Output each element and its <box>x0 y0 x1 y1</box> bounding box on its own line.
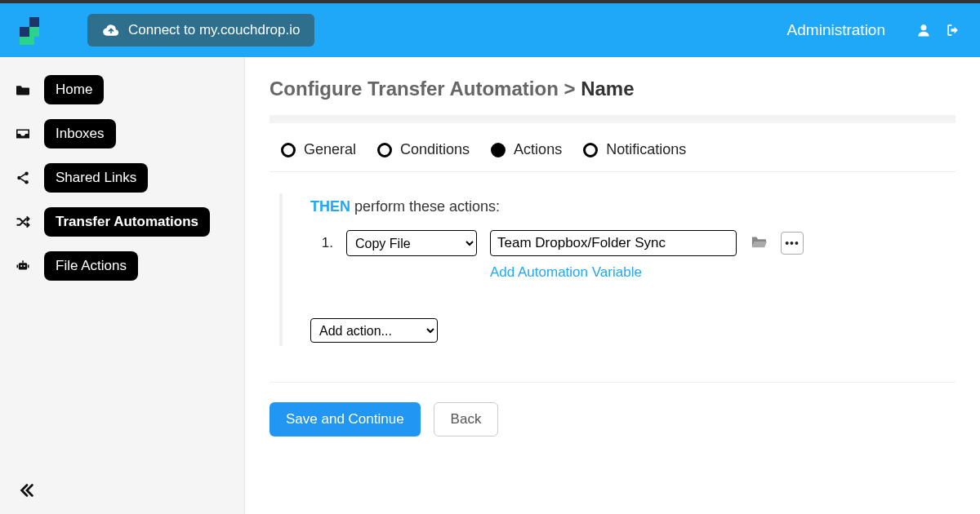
sidebar-item-label: Transfer Automations <box>44 207 210 237</box>
svg-point-6 <box>24 265 25 267</box>
connect-button[interactable]: Connect to my.couchdrop.io <box>87 14 314 47</box>
sidebar-item-label: File Actions <box>44 251 138 281</box>
actions-section: THEN perform these actions: 1. Copy File… <box>279 193 956 346</box>
sidebar-item-label: Shared Links <box>44 163 148 193</box>
svg-rect-4 <box>19 263 28 269</box>
sidebar-item-label: Inboxes <box>44 119 116 148</box>
destination-path-input[interactable] <box>490 230 737 256</box>
sidebar-item-label: Home <box>44 75 104 104</box>
tab-actions[interactable]: Actions <box>491 141 562 158</box>
back-button[interactable]: Back <box>434 402 499 436</box>
app-logo <box>18 17 42 43</box>
more-options-button[interactable]: ••• <box>781 232 804 255</box>
sidebar-item-transfer-automations[interactable]: Transfer Automations <box>15 207 229 237</box>
save-and-continue-button[interactable]: Save and Continue <box>270 402 421 436</box>
logout-icon[interactable] <box>944 21 962 39</box>
cloud-upload-icon <box>102 21 120 39</box>
topbar: Connect to my.couchdrop.io Administratio… <box>0 0 980 57</box>
action-type-select[interactable]: Copy File <box>346 230 477 256</box>
divider <box>270 382 956 383</box>
user-icon[interactable] <box>915 21 933 39</box>
svg-rect-8 <box>17 265 19 268</box>
svg-point-3 <box>24 180 29 184</box>
inbox-icon <box>15 126 31 142</box>
sidebar-item-shared-links[interactable]: Shared Links <box>15 163 229 193</box>
then-heading: THEN perform these actions: <box>310 198 956 215</box>
breadcrumb: Configure Transfer Automation > Name <box>270 78 956 100</box>
collapse-sidebar-icon[interactable] <box>18 481 36 499</box>
radio-icon <box>491 143 506 157</box>
action-row: 1. Copy File Add Automation Variable ••• <box>310 230 956 281</box>
divider <box>270 115 956 123</box>
main-content: Configure Transfer Automation > Name Gen… <box>245 57 980 514</box>
action-index: 1. <box>310 230 333 251</box>
tab-notifications[interactable]: Notifications <box>583 141 686 158</box>
sidebar-item-inboxes[interactable]: Inboxes <box>15 119 229 148</box>
sidebar-item-file-actions[interactable]: File Actions <box>15 251 229 281</box>
folder-icon <box>15 82 31 98</box>
then-text: perform these actions: <box>354 198 500 215</box>
svg-point-0 <box>921 24 927 30</box>
footer-buttons: Save and Continue Back <box>270 402 956 436</box>
then-label: THEN <box>310 198 350 215</box>
tab-general[interactable]: General <box>281 141 356 158</box>
tab-label: Notifications <box>606 141 686 158</box>
tab-conditions[interactable]: Conditions <box>377 141 470 158</box>
svg-point-5 <box>20 265 22 267</box>
administration-link[interactable]: Administration <box>787 21 885 39</box>
tab-label: General <box>304 141 356 158</box>
add-action-select[interactable]: Add action... <box>310 318 438 343</box>
radio-icon <box>377 143 392 157</box>
breadcrumb-sep: > <box>564 78 575 100</box>
breadcrumb-name: Name <box>581 78 634 100</box>
svg-point-2 <box>24 172 29 176</box>
share-icon <box>15 170 31 186</box>
svg-point-1 <box>17 176 21 180</box>
sidebar: Home Inboxes Shared Links Transfer Autom… <box>0 57 245 514</box>
tab-label: Actions <box>514 141 562 158</box>
robot-icon <box>15 258 31 274</box>
sidebar-item-home[interactable]: Home <box>15 75 229 104</box>
breadcrumb-prefix: Configure Transfer Automation <box>270 78 559 100</box>
tab-label: Conditions <box>400 141 470 158</box>
browse-folder-icon[interactable] <box>750 234 768 252</box>
add-automation-variable-link[interactable]: Add Automation Variable <box>490 264 737 281</box>
svg-rect-9 <box>28 265 29 268</box>
radio-icon <box>281 143 296 157</box>
shuffle-icon <box>15 214 31 230</box>
svg-rect-7 <box>22 260 24 263</box>
radio-icon <box>583 143 598 157</box>
connect-button-label: Connect to my.couchdrop.io <box>128 22 300 38</box>
tab-bar: General Conditions Actions Notifications <box>270 141 956 172</box>
